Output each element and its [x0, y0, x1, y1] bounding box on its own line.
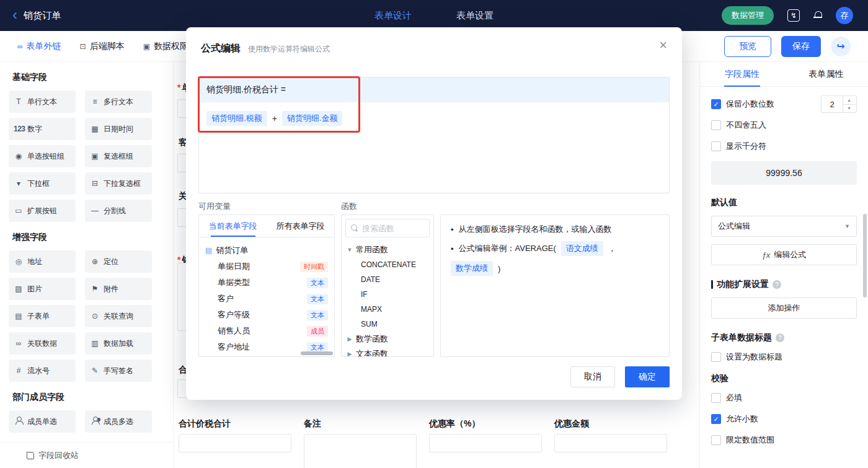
function-search-input[interactable] — [362, 224, 424, 233]
field-member-multi[interactable]: 成员多选 — [85, 410, 152, 433]
field-dropdown-multi[interactable]: ⊟下拉复选框 — [85, 172, 152, 195]
checkbox-icon: ▣ — [90, 152, 100, 161]
form-external-link[interactable]: ∞ 表单外链 — [17, 41, 61, 52]
field-single-line-text[interactable]: T单行文本 — [9, 91, 76, 113]
preview-button[interactable]: 预览 — [724, 36, 771, 57]
tab-form-settings[interactable]: 表单设置 — [456, 10, 494, 22]
decimal-checkbox[interactable]: ✓ — [711, 99, 721, 109]
field-address[interactable]: ◎地址 — [9, 250, 76, 273]
total-amount-label: 合计价税合计 — [179, 418, 231, 430]
function-item[interactable]: SUM — [347, 317, 428, 332]
allow-decimal-checkbox[interactable]: ✓ — [711, 414, 721, 424]
form-tree-root[interactable]: ▤ 销货订单 — [205, 242, 328, 258]
function-search[interactable] — [345, 219, 430, 237]
close-icon[interactable]: × — [659, 38, 667, 52]
variable-row[interactable]: 客户文本 — [205, 291, 328, 307]
decimal-stepper[interactable]: ▲ ▼ — [821, 95, 857, 113]
save-button[interactable]: 保存 — [781, 36, 821, 57]
horizontal-scrollbar[interactable] — [301, 351, 333, 355]
cancel-button[interactable]: 取消 — [570, 366, 615, 387]
function-item[interactable]: IF — [347, 287, 428, 302]
user-avatar[interactable]: 存 — [836, 7, 853, 24]
field-recycle-bin[interactable]: 字段回收站 — [0, 442, 173, 468]
variable-row[interactable]: 客户等级文本 — [205, 307, 328, 323]
help-panel: • 从左侧面板选择字段名和函数，或输入函数 • 公式编辑举例：AVERAGE( … — [440, 214, 670, 357]
example-field-chip: 语文成绩 — [561, 241, 603, 256]
stepper-up-icon[interactable]: ▲ — [843, 96, 855, 105]
data-title-checkbox[interactable] — [711, 352, 721, 362]
variable-row[interactable]: 单据类型文本 — [205, 275, 328, 291]
function-group-text[interactable]: ▶ 文本函数 — [347, 347, 428, 357]
required-checkbox[interactable] — [711, 393, 721, 403]
remark-input[interactable] — [304, 434, 417, 468]
tab-form-design[interactable]: 表单设计 — [374, 10, 412, 22]
edit-formula-button[interactable]: ƒx 编辑公式 — [711, 244, 857, 265]
default-value-select[interactable]: 公式编辑 ▼ — [711, 216, 857, 237]
field-attachment[interactable]: ⚑附件 — [85, 278, 152, 300]
field-data-load[interactable]: ▥数据加载 — [85, 332, 152, 355]
tab-field-properties[interactable]: 字段属性 — [700, 62, 784, 86]
workflow-icon[interactable]: ↯ — [787, 9, 800, 22]
data-manage-button[interactable]: 数据管理 — [722, 6, 774, 25]
discount-rate-input[interactable] — [429, 434, 542, 453]
total-amount-input[interactable] — [179, 434, 291, 453]
function-group-math[interactable]: ▶ 数学函数 — [347, 332, 428, 347]
trash-icon — [26, 452, 33, 459]
field-datetime[interactable]: ▦日期时间 — [85, 118, 152, 140]
section-member-fields: 部门成员字段 — [12, 392, 173, 403]
field-divider[interactable]: —分割线 — [85, 200, 152, 222]
field-serial-number[interactable]: #流水号 — [9, 360, 76, 382]
panel-scrollbar[interactable] — [863, 214, 867, 298]
field-number[interactable]: 123数字 — [9, 118, 76, 140]
help-icon[interactable]: ? — [776, 333, 784, 342]
field-subform[interactable]: ▤子表单 — [9, 305, 76, 327]
field-member-single[interactable]: 成员单选 — [9, 410, 76, 433]
stepper-down-icon[interactable]: ▼ — [843, 105, 855, 113]
add-action-button[interactable]: 添加操作 — [711, 298, 857, 319]
field-checkbox-group[interactable]: ▣复选框组 — [85, 145, 152, 167]
tab-all-form-fields[interactable]: 所有表单字段 — [267, 215, 334, 237]
field-signature[interactable]: ✎手写签名 — [85, 360, 152, 382]
validation-title: 校验 — [711, 373, 728, 384]
text-icon: T — [14, 97, 24, 106]
field-radio-group[interactable]: ◉单选按钮组 — [9, 145, 76, 167]
backend-script[interactable]: ⊡ 后端脚本 — [80, 41, 125, 52]
variable-row[interactable]: 销售人员成员 — [205, 323, 328, 339]
decimal-input[interactable] — [822, 96, 843, 112]
field-linked-query[interactable]: ⊙关联查询 — [85, 305, 152, 327]
formula-editor[interactable]: 销货明细.价税合计 = 销货明细.税额 + 销货明细.金额 — [198, 77, 670, 193]
function-item[interactable]: DATE — [347, 272, 428, 287]
thousand-sep-checkbox[interactable] — [711, 141, 721, 151]
field-extend-button[interactable]: ▭扩展按钮 — [9, 200, 76, 222]
dropdown-icon: ▾ — [14, 179, 24, 188]
formula-field-chip[interactable]: 销货明细.金额 — [282, 111, 343, 126]
help-comma: ， — [608, 243, 616, 254]
tab-form-properties[interactable]: 表单属性 — [784, 62, 868, 86]
function-group-common[interactable]: ▼ 常用函数 — [347, 242, 428, 257]
field-linked-data[interactable]: ∞关联数据 — [9, 332, 76, 355]
confirm-button[interactable]: 确定 — [625, 366, 670, 387]
formula-field-chip[interactable]: 销货明细.税额 — [206, 111, 267, 126]
section-basic-fields: 基础字段 — [12, 72, 173, 83]
help-icon[interactable]: ? — [773, 280, 781, 289]
function-item[interactable]: CONCATENATE — [347, 257, 428, 272]
type-tag: 成员 — [307, 326, 328, 337]
function-item[interactable]: MAPX — [347, 302, 428, 317]
share-icon[interactable]: ↪ — [831, 37, 851, 56]
chevron-down-icon: ▼ — [844, 223, 850, 229]
field-location[interactable]: ⊕定位 — [85, 250, 152, 273]
field-multi-line-text[interactable]: ≡多行文本 — [85, 91, 152, 113]
field-image[interactable]: ▨图片 — [9, 278, 76, 300]
variable-row[interactable]: 单据日期时间戳 — [205, 258, 328, 275]
code-icon: ⊡ — [80, 42, 86, 51]
discount-amount-input[interactable] — [554, 434, 667, 453]
formula-target: 销货明细.价税合计 = — [199, 77, 669, 102]
field-dropdown[interactable]: ▾下拉框 — [9, 172, 76, 195]
no-round-checkbox[interactable] — [711, 120, 721, 130]
type-tag: 文本 — [307, 278, 328, 288]
tab-current-form-fields[interactable]: 当前表单字段 — [199, 215, 267, 237]
data-permission[interactable]: ▣ 数据权限 — [143, 41, 188, 52]
allow-decimal-label: 允许小数 — [726, 413, 758, 425]
notification-bell-icon[interactable] — [813, 11, 822, 20]
range-limit-checkbox[interactable] — [711, 435, 721, 445]
